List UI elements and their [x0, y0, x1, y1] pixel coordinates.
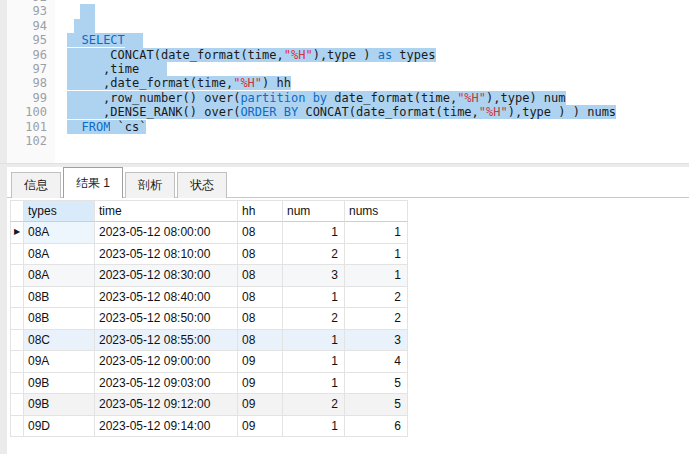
cell-hh[interactable]: 08 [238, 287, 283, 309]
cell-types[interactable]: 09D [24, 416, 95, 438]
cell-num[interactable]: 1 [283, 351, 345, 373]
cell-num[interactable]: 1 [283, 222, 345, 244]
row-marker-cell[interactable] [10, 265, 24, 287]
code-text[interactable]: FROM `cs` [67, 120, 146, 134]
code-line-96[interactable]: 96 CONCAT(date_format(time,"%H"),type ) … [7, 48, 689, 62]
row-marker-cell[interactable] [10, 308, 24, 330]
cell-time[interactable]: 2023-05-12 08:00:00 [95, 222, 238, 244]
cell-num[interactable]: 2 [283, 394, 345, 416]
cell-hh[interactable]: 09 [238, 416, 283, 438]
cell-types[interactable]: 09B [24, 394, 95, 416]
tab-status[interactable]: 状态 [177, 172, 227, 198]
row-marker-cell[interactable] [10, 287, 24, 309]
row-marker-cell[interactable] [10, 351, 24, 373]
cell-nums[interactable]: 4 [345, 351, 408, 373]
cell-time[interactable]: 2023-05-12 08:50:00 [95, 308, 238, 330]
row-marker-cell[interactable] [10, 373, 24, 395]
cell-types[interactable]: 08B [24, 287, 95, 309]
code-text[interactable]: ,time [67, 62, 167, 76]
cell-hh[interactable]: 09 [238, 351, 283, 373]
code-line-94[interactable]: 94 [7, 19, 689, 33]
cell-time[interactable]: 2023-05-12 09:12:00 [95, 394, 238, 416]
code-line-97[interactable]: 97 ,time [7, 62, 689, 76]
cell-num[interactable]: 1 [283, 330, 345, 352]
column-header-hh[interactable]: hh [238, 200, 283, 222]
code-text[interactable]: ,row_number() over(partition by date_for… [67, 91, 566, 105]
code-text[interactable]: SELECT [67, 33, 143, 47]
line-number[interactable]: 94 [7, 19, 47, 33]
code-text[interactable]: ,DENSE_RANK() over(ORDER BY CONCAT(date_… [67, 105, 616, 119]
cell-num[interactable]: 2 [283, 244, 345, 266]
column-header-types[interactable]: types [24, 200, 95, 222]
cell-types[interactable]: 08A [24, 222, 95, 244]
line-number[interactable]: 101 [7, 120, 47, 134]
cell-hh[interactable]: 09 [238, 373, 283, 395]
cell-hh[interactable]: 09 [238, 394, 283, 416]
code-line-98[interactable]: 98 ,date_format(time,"%H") hh [7, 76, 689, 90]
cell-types[interactable]: 08A [24, 265, 95, 287]
code-text[interactable]: CONCAT(date_format(time,"%H"),type ) as … [67, 48, 436, 62]
cell-nums[interactable]: 2 [345, 308, 408, 330]
tab-profile[interactable]: 剖析 [125, 172, 175, 198]
line-number[interactable]: 96 [7, 48, 47, 62]
cell-nums[interactable]: 2 [345, 287, 408, 309]
cell-time[interactable]: 2023-05-12 09:03:00 [95, 373, 238, 395]
sql-text: ),type ) ) nums [508, 105, 616, 119]
cell-hh[interactable]: 08 [238, 308, 283, 330]
cell-time[interactable]: 2023-05-12 08:30:00 [95, 265, 238, 287]
cell-types[interactable]: 08A [24, 244, 95, 266]
tab-info[interactable]: 信息 [11, 172, 61, 198]
cell-nums[interactable]: 1 [345, 222, 408, 244]
code-line-93[interactable]: 93 [7, 4, 689, 18]
line-number[interactable]: 102 [7, 134, 47, 148]
cell-num[interactable]: 1 [283, 373, 345, 395]
code-line-100[interactable]: 100 ,DENSE_RANK() over(ORDER BY CONCAT(d… [7, 105, 689, 119]
cell-types[interactable]: 08B [24, 308, 95, 330]
line-number[interactable]: 98 [7, 76, 47, 90]
line-number[interactable]: 95 [7, 33, 47, 47]
column-header-nums[interactable]: nums [345, 200, 408, 222]
column-header-num[interactable]: num [283, 200, 345, 222]
code-line-102[interactable]: 102 [7, 134, 689, 148]
code-line-99[interactable]: 99 ,row_number() over(partition by date_… [7, 91, 689, 105]
tab-result-1[interactable]: 结果 1 [63, 167, 123, 198]
cell-nums[interactable]: 6 [345, 416, 408, 438]
cell-hh[interactable]: 08 [238, 222, 283, 244]
sql-editor[interactable]: 92939495 SELECT96 CONCAT(date_format(tim… [7, 0, 689, 163]
row-marker-cell[interactable] [10, 244, 24, 266]
row-marker-cell[interactable] [10, 330, 24, 352]
row-marker-cell[interactable] [10, 394, 24, 416]
cell-nums[interactable]: 5 [345, 373, 408, 395]
cell-num[interactable]: 2 [283, 308, 345, 330]
cell-nums[interactable]: 1 [345, 244, 408, 266]
column-header-time[interactable]: time [95, 200, 238, 222]
code-lines[interactable]: 92939495 SELECT96 CONCAT(date_format(tim… [7, 0, 689, 148]
row-marker-header[interactable] [10, 200, 24, 222]
cell-nums[interactable]: 5 [345, 394, 408, 416]
cell-hh[interactable]: 08 [238, 244, 283, 266]
cell-time[interactable]: 2023-05-12 08:55:00 [95, 330, 238, 352]
cell-types[interactable]: 08C [24, 330, 95, 352]
cell-types[interactable]: 09A [24, 351, 95, 373]
row-marker-cell[interactable] [10, 416, 24, 438]
cell-time[interactable]: 2023-05-12 08:10:00 [95, 244, 238, 266]
cell-time[interactable]: 2023-05-12 09:00:00 [95, 351, 238, 373]
line-number[interactable]: 100 [7, 105, 47, 119]
code-line-95[interactable]: 95 SELECT [7, 33, 689, 47]
cell-time[interactable]: 2023-05-12 09:14:00 [95, 416, 238, 438]
cell-num[interactable]: 3 [283, 265, 345, 287]
line-number[interactable]: 99 [7, 91, 47, 105]
cell-num[interactable]: 1 [283, 287, 345, 309]
row-marker-cell[interactable]: ▶ [10, 222, 24, 244]
line-number[interactable]: 97 [7, 62, 47, 76]
cell-types[interactable]: 09B [24, 373, 95, 395]
cell-hh[interactable]: 08 [238, 265, 283, 287]
cell-time[interactable]: 2023-05-12 08:40:00 [95, 287, 238, 309]
cell-nums[interactable]: 1 [345, 265, 408, 287]
cell-num[interactable]: 1 [283, 416, 345, 438]
line-number[interactable]: 93 [7, 4, 47, 18]
cell-hh[interactable]: 08 [238, 330, 283, 352]
code-line-101[interactable]: 101 FROM `cs` [7, 120, 689, 134]
code-text[interactable]: ,date_format(time,"%H") hh [67, 76, 291, 90]
cell-nums[interactable]: 3 [345, 330, 408, 352]
